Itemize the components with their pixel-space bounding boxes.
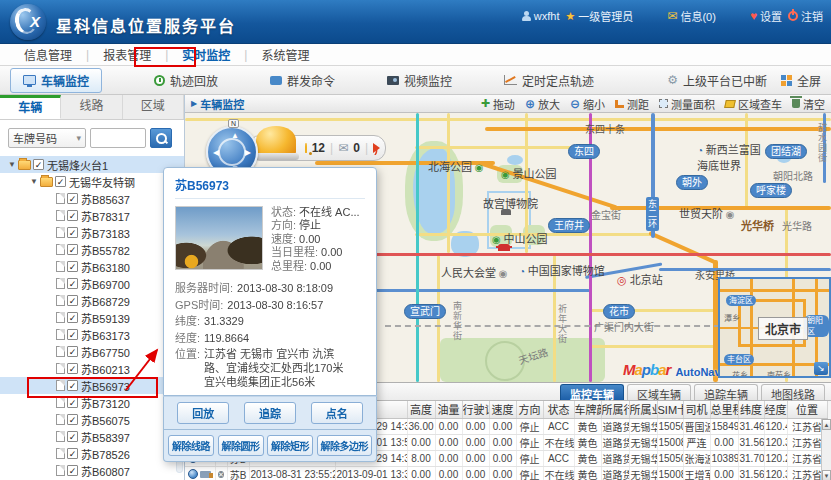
- pan-up-icon[interactable]: ▲: [231, 131, 239, 140]
- main-toolbar: 车辆监控轨迹回放群发命令视频监控定时定点轨迹 ⚙上级平台已中断 全屏: [0, 66, 831, 95]
- 解除圆形-button[interactable]: 解除圆形: [218, 435, 264, 456]
- pan-left-icon[interactable]: ◀: [213, 148, 219, 157]
- checkbox-checked[interactable]: [67, 261, 78, 272]
- toolbar-轨迹回放[interactable]: 轨迹回放: [154, 72, 218, 89]
- table-tab-追踪车辆[interactable]: 追踪车辆: [694, 384, 758, 400]
- fullscreen-button[interactable]: 全屏: [781, 72, 821, 89]
- minimap-collapse-button[interactable]: ↘: [814, 362, 828, 375]
- map-tool-放大[interactable]: ⊕放大: [525, 96, 560, 112]
- table-row[interactable]: 苏B2013-08-31 23:55:292013-09-01 13:39:41…: [185, 466, 827, 480]
- 解除线路-button[interactable]: 解除线路: [168, 435, 214, 456]
- map-tool-清空[interactable]: 清空: [792, 96, 825, 112]
- col-header-总里程: 总里程: [710, 401, 738, 418]
- collapse-icon[interactable]: ▼: [30, 177, 38, 186]
- checkbox-checked[interactable]: [67, 312, 78, 323]
- checkbox-checked[interactable]: [67, 210, 78, 221]
- 解除矩形-button[interactable]: 解除矩形: [267, 435, 313, 456]
- checkbox-checked[interactable]: [33, 159, 44, 170]
- vehicle-item-苏B56973[interactable]: 苏B56973: [0, 377, 184, 394]
- popup-vehicle-link[interactable]: 苏B56973: [175, 176, 365, 199]
- menu-item-2[interactable]: 报表管理: [89, 46, 165, 63]
- tree-group[interactable]: ▼ 无锡华友特钢: [0, 173, 184, 190]
- checkbox-checked[interactable]: [67, 431, 78, 442]
- collapse-icon[interactable]: ▼: [8, 160, 16, 169]
- pan-right-icon[interactable]: ▶: [245, 148, 251, 157]
- toolbar-视频监控[interactable]: 视频监控: [387, 72, 452, 89]
- scroll-up-icon[interactable]: ▲: [822, 419, 831, 430]
- vehicle-item-苏B59139[interactable]: 苏B59139: [0, 309, 184, 326]
- popup-info-line: 经度:119.8664: [175, 330, 365, 347]
- settings-button[interactable]: ♥设置: [750, 8, 782, 24]
- search-input[interactable]: [90, 128, 146, 148]
- cell: 31.56: [738, 434, 764, 450]
- vehicle-item-苏B67750[interactable]: 苏B67750: [0, 343, 184, 360]
- checkbox-checked[interactable]: [67, 278, 78, 289]
- logout-button[interactable]: 注销: [788, 8, 823, 24]
- cell: 0.00: [710, 434, 738, 450]
- map-tool-区域查车[interactable]: 区域查车: [725, 96, 782, 112]
- vehicle-item-苏B85637[interactable]: 苏B85637: [0, 190, 184, 207]
- map-locate-icon[interactable]: [188, 469, 198, 479]
- sidebar-tab-区域[interactable]: 区域: [123, 95, 184, 119]
- checkbox-checked[interactable]: [67, 346, 78, 357]
- vehicle-item-苏B73183[interactable]: 苏B73183: [0, 224, 184, 241]
- 点名-button[interactable]: 点名: [311, 402, 363, 424]
- vehicle-item-苏B78526[interactable]: 苏B78526: [0, 445, 184, 462]
- search-button[interactable]: [150, 128, 172, 148]
- checkbox-checked[interactable]: [67, 448, 78, 459]
- 回放-button[interactable]: 回放: [177, 402, 229, 424]
- scroll-down-icon[interactable]: ▼: [822, 470, 831, 480]
- table-scrollbar[interactable]: ▲ ▼: [821, 419, 831, 480]
- vehicle-item-苏B60213[interactable]: 苏B60213: [0, 360, 184, 377]
- menu-item-4[interactable]: 系统管理: [247, 46, 323, 63]
- vehicle-item-苏B63180[interactable]: 苏B63180: [0, 258, 184, 275]
- checkbox-checked[interactable]: [67, 397, 78, 408]
- vehicle-item-苏B63173[interactable]: 苏B63173: [0, 326, 184, 343]
- vehicle-item-苏B60807[interactable]: 苏B60807: [0, 462, 184, 478]
- map-tool-测距[interactable]: 测距: [615, 96, 649, 112]
- minimap[interactable]: 海淀区潭乡朝阳区丰台区花乡南苑乡 北京市 ↘: [718, 277, 831, 378]
- vehicle-item-苏B73120[interactable]: 苏B73120: [0, 394, 184, 411]
- messages-button[interactable]: ✉信息(0): [667, 8, 716, 24]
- menu-item-3[interactable]: 实时监控: [168, 46, 244, 63]
- vehicle-item-苏B78317[interactable]: 苏B78317: [0, 207, 184, 224]
- table-tab-区域车辆[interactable]: 区域车辆: [627, 384, 691, 400]
- platform-status[interactable]: ⚙上级平台已中断: [667, 72, 767, 89]
- toolbar-定时定点轨迹[interactable]: 定时定点轨迹: [504, 72, 594, 89]
- user-menu[interactable]: wxfht: [522, 10, 560, 22]
- speaker-icon[interactable]: [373, 143, 385, 153]
- sidebar-tab-线路[interactable]: 线路: [61, 95, 122, 119]
- checkbox-checked[interactable]: [67, 380, 78, 391]
- vehicle-item-苏B58397[interactable]: 苏B58397: [0, 428, 184, 445]
- checkbox-checked[interactable]: [67, 329, 78, 340]
- search-type-select[interactable]: 车牌号码▾: [8, 128, 86, 148]
- map-tool-测量面积[interactable]: 测量面积: [659, 96, 715, 112]
- cell: 不在线: [543, 434, 574, 450]
- checkbox-checked[interactable]: [67, 465, 78, 476]
- vehicle-item-苏B55782[interactable]: 苏B55782: [0, 241, 184, 258]
- tree-root[interactable]: ▼ 无锡烽火台1: [0, 156, 184, 173]
- sidebar-tab-车辆[interactable]: 车辆: [0, 95, 61, 119]
- 追踪-button[interactable]: 追踪: [244, 402, 296, 424]
- checkbox-checked[interactable]: [67, 363, 78, 374]
- checkbox-checked[interactable]: [67, 414, 78, 425]
- vehicle-item-苏B56075[interactable]: 苏B56075: [0, 411, 184, 428]
- popup-info-line: 纬度:31.3329: [175, 313, 365, 330]
- vehicle-item-苏B69700[interactable]: 苏B69700: [0, 275, 184, 292]
- table-tab-监控车辆[interactable]: 监控车辆: [560, 384, 624, 400]
- vehicle-item-苏B68729[interactable]: 苏B68729: [0, 292, 184, 309]
- table-tab-地图线路[interactable]: 地图线路: [761, 384, 825, 400]
- checkbox-checked[interactable]: [67, 193, 78, 204]
- checkbox-checked[interactable]: [67, 227, 78, 238]
- checkbox-checked[interactable]: [67, 295, 78, 306]
- map-tool-缩小[interactable]: ⊖缩小: [570, 96, 605, 112]
- checkbox-checked[interactable]: [55, 176, 66, 187]
- map-tool-拖动[interactable]: ✚拖动: [481, 96, 515, 112]
- toolbar-车辆监控[interactable]: 车辆监控: [10, 68, 102, 93]
- checkbox-checked[interactable]: [67, 244, 78, 255]
- cell: 0.00: [462, 450, 489, 466]
- menu-item-1[interactable]: 信息管理: [10, 46, 86, 63]
- map-label-团结湖: 团结湖: [765, 144, 807, 159]
- toolbar-群发命令[interactable]: 群发命令: [270, 72, 335, 89]
- 解除多边形-button[interactable]: 解除多边形: [317, 435, 373, 456]
